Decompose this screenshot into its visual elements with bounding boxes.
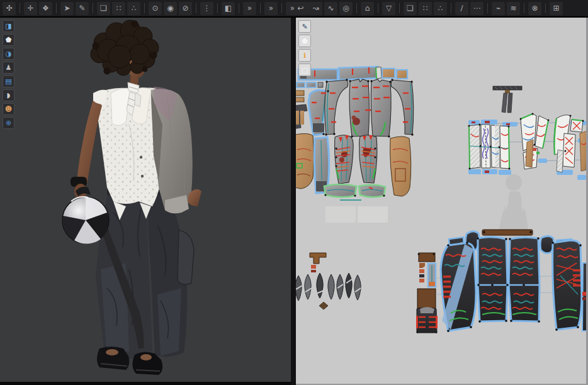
- toolbar-separator: [239, 3, 239, 13]
- board-highlight-rect: [325, 206, 356, 223]
- grab-pattern-tool-icon[interactable]: ❏: [404, 2, 417, 15]
- smooth-curve-tool-icon[interactable]: ↝: [309, 2, 322, 15]
- viewport-3d-display-toggles: ◨⬟◑♟▤◗☻⊕: [3, 20, 14, 129]
- show-avatar-skin-icon[interactable]: ☻: [3, 103, 14, 115]
- avatar-hair: [91, 20, 159, 75]
- show-paper-pattern-icon[interactable]: ▢: [298, 64, 311, 76]
- pattern-board[interactable]: [296, 18, 586, 381]
- toolbar-separator: [217, 3, 218, 13]
- zipper-tool-icon[interactable]: ⋮: [200, 2, 213, 15]
- show-cloth-fold-icon[interactable]: ◗: [3, 89, 14, 101]
- show-white-garment-icon[interactable]: ⬟: [3, 34, 14, 46]
- swap-texture-tool-icon[interactable]: ⊗: [528, 2, 541, 15]
- toolbar-separator: [93, 3, 93, 13]
- iron-steam-tool-icon[interactable]: ⌂: [361, 2, 374, 15]
- workspace-split: ◨⬟◑♟▤◗☻⊕: [0, 18, 588, 385]
- viewport-splitter[interactable]: [291, 18, 296, 385]
- toolbar-separator: [260, 3, 261, 13]
- toolbar-2d-tools: ↩↝∿◎⌂▽❏∷∴∕⋯⌁≋⊗⊞: [291, 2, 588, 15]
- select-pattern-tool-icon[interactable]: ∷: [419, 2, 432, 15]
- pattern-dots-tool-icon[interactable]: ∴: [434, 2, 447, 15]
- unfold-pattern-tool-icon[interactable]: ↩: [294, 2, 307, 15]
- show-environment-globe-icon[interactable]: ⊕: [3, 117, 14, 129]
- toolbar-separator: [281, 3, 282, 13]
- toolbar-overflow-1-icon[interactable]: »: [243, 2, 256, 15]
- viewport-3d[interactable]: ◨⬟◑♟▤◗☻⊕: [0, 18, 291, 385]
- toolbar-separator: [20, 3, 20, 13]
- segment-sew-tool-icon[interactable]: ∕: [455, 2, 468, 15]
- elastic-band-tool-icon[interactable]: ≋: [507, 2, 520, 15]
- viewport-2d-display-toggles: ✎⬟ℹ▢: [298, 20, 311, 76]
- show-mannequin-icon[interactable]: ♟: [3, 62, 14, 74]
- toolbar-separator: [196, 3, 196, 13]
- show-stitch-lines-icon[interactable]: ✎: [298, 20, 311, 33]
- toolbar-separator: [399, 3, 400, 13]
- tuck-fabric-tool-icon[interactable]: ➤: [60, 2, 74, 15]
- buttonhole-tool-icon[interactable]: ⊘: [179, 2, 192, 15]
- pants-cargo-pocket: [178, 230, 194, 284]
- place-button-tool-icon[interactable]: ⊙: [149, 2, 162, 15]
- toolbar-3d-tools: ✣✛❖➤✎❏∷∴⊙◉⊘⋮◧»»»»: [0, 2, 291, 15]
- pattern-group-jacket[interactable]: [437, 230, 586, 332]
- show-3d-garment-icon[interactable]: ◨: [3, 20, 14, 32]
- fabric-roll-tool-icon[interactable]: ◧: [222, 2, 235, 15]
- zigzag-stitch-tool-icon[interactable]: ⌁: [492, 2, 505, 15]
- toolbar-separator: [356, 3, 357, 13]
- grid-pattern-tool-icon[interactable]: ⊞: [550, 2, 563, 15]
- simulate-tool-icon[interactable]: ✣: [3, 2, 16, 15]
- wave-fold-tool-icon[interactable]: ∿: [324, 2, 337, 15]
- toolbar-separator: [144, 3, 145, 13]
- pin-garment-tool-icon[interactable]: ❖: [39, 2, 52, 15]
- select-garment-2d-tool-icon[interactable]: ▽: [382, 2, 395, 15]
- select-mesh-tool-icon[interactable]: ∷: [112, 2, 125, 15]
- toolbar-separator: [545, 3, 546, 13]
- inspect-fold-tool-icon[interactable]: ◎: [339, 2, 353, 15]
- main-toolbar: ✣✛❖➤✎❏∷∴⊙◉⊘⋮◧»»»» ↩↝∿◎⌂▽❏∷∴∕⋯⌁≋⊗⊞: [0, 0, 588, 18]
- toolbar-separator: [56, 3, 57, 13]
- avatar-3d-render[interactable]: [0, 18, 291, 381]
- viewport-2d[interactable]: ✎⬟ℹ▢: [296, 18, 588, 385]
- pin-tool-icon[interactable]: ✛: [24, 2, 37, 15]
- sculpt-fabric-tool-icon[interactable]: ✎: [76, 2, 89, 15]
- garment-design-app: ✣✛❖➤✎❏∷∴⊙◉⊘⋮◧»»»» ↩↝∿◎⌂▽❏∷∴∕⋯⌁≋⊗⊞ ◨⬟◑♟▤◗…: [0, 0, 588, 385]
- show-fabric-book-icon[interactable]: ▤: [3, 75, 14, 87]
- free-sew-tool-icon[interactable]: ⋯: [470, 2, 483, 15]
- toolbar-separator: [378, 3, 378, 13]
- button-tool-icon[interactable]: ◉: [164, 2, 177, 15]
- show-avatar-sphere-icon[interactable]: ◑: [3, 48, 14, 60]
- toolbar-separator: [451, 3, 451, 13]
- toolbar-separator: [524, 3, 524, 13]
- toolbar-separator: [487, 3, 488, 13]
- grab-garment-tool-icon[interactable]: ❏: [97, 2, 110, 15]
- board-highlight-rect: [358, 206, 388, 223]
- garment-texture-tool-icon[interactable]: ∴: [127, 2, 140, 15]
- show-garment-2d-icon[interactable]: ⬟: [298, 35, 311, 47]
- pattern-info-icon[interactable]: ℹ: [298, 49, 311, 62]
- toolbar-overflow-2-icon[interactable]: »: [264, 2, 278, 15]
